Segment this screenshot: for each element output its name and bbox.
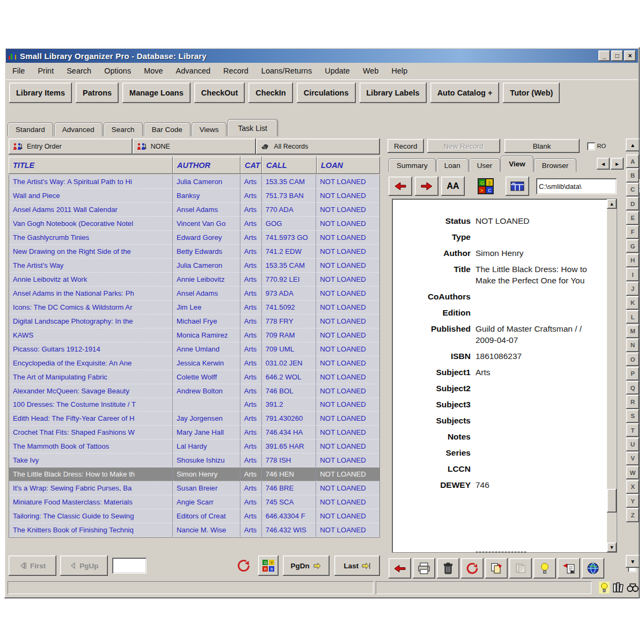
table-row[interactable]: The Mammoth Book of Tattoos Lal Hardy Ar…	[9, 440, 379, 453]
view-tab[interactable]: Advanced	[54, 122, 103, 136]
table-row[interactable]: Icons: The DC Comics & Wildstorm Ar Jim …	[9, 301, 379, 314]
table-row[interactable]: New Drawing on the Right Side of the Bet…	[9, 245, 379, 259]
letter-button[interactable]: M	[626, 325, 639, 338]
record-button[interactable]: Record	[387, 139, 424, 153]
record-tab[interactable]: View	[501, 156, 533, 172]
letter-button[interactable]: T	[626, 423, 639, 437]
view-tab[interactable]: Views	[192, 122, 227, 136]
column-header-title[interactable]: TITLE	[9, 157, 173, 174]
menu-item[interactable]: Help	[385, 64, 414, 77]
toolbar-button[interactable]: Manage Loans	[122, 83, 191, 103]
print-button[interactable]	[413, 558, 435, 579]
menu-item[interactable]: Record	[217, 64, 255, 77]
letter-down-icon[interactable]: ▼	[626, 555, 640, 568]
page-number-input[interactable]	[112, 558, 147, 574]
toolbar-button[interactable]: Library Labels	[360, 83, 427, 103]
toolbar-button[interactable]: CheckIn	[248, 83, 292, 103]
table-row[interactable]: Encyclopedia of the Exquisite: An Ane Je…	[9, 356, 379, 370]
table-row[interactable]: The Artist's Way: A Spiritual Path to Hi…	[9, 175, 379, 189]
toolbar-button[interactable]: CheckOut	[194, 83, 245, 103]
pgdn-button[interactable]: PgDn	[283, 555, 330, 576]
letter-button[interactable]: I	[626, 268, 639, 281]
toolbar-button[interactable]: Tutor (Web)	[503, 83, 560, 103]
copy-record-button[interactable]	[485, 558, 508, 579]
letter-button[interactable]: B	[626, 169, 639, 182]
sort-secondary-button[interactable]: NONE	[133, 138, 257, 155]
blank-button[interactable]: Blank	[504, 139, 580, 153]
table-row[interactable]: Ansel Adams in the National Parks: Ph An…	[9, 287, 379, 301]
toolbar-button[interactable]: Patrons	[76, 83, 119, 103]
font-button[interactable]: AA	[441, 177, 465, 196]
menu-item[interactable]: Update	[318, 64, 356, 77]
letter-button[interactable]: D	[626, 197, 639, 210]
letter-button[interactable]: Q	[626, 381, 639, 394]
tab-scroll-left-icon[interactable]: ◄	[597, 158, 610, 170]
letter-button[interactable]: Y	[626, 494, 639, 508]
table-row[interactable]: Wall and Piece Banksy Arts 751.73 BAN NO…	[9, 189, 379, 203]
toolbar-button[interactable]: Auto Catalog +	[430, 83, 500, 103]
letter-button[interactable]: R	[626, 395, 639, 408]
back-arrow-button[interactable]	[389, 558, 411, 579]
record-tab[interactable]: Summary	[389, 158, 436, 172]
menu-item[interactable]: Advanced	[170, 64, 217, 77]
last-record-button[interactable]: Last	[334, 555, 380, 576]
letter-button[interactable]: E	[626, 211, 639, 225]
table-row[interactable]: Annie Leibovitz at Work Annie Leibovitz …	[9, 273, 379, 287]
binoculars-icon[interactable]	[627, 583, 639, 592]
table-row[interactable]: 100 Dresses: The Costume Institute / T A…	[9, 398, 379, 412]
letter-button[interactable]: W	[626, 466, 639, 479]
maximize-button[interactable]: □	[611, 50, 623, 61]
refresh-button[interactable]	[233, 555, 254, 576]
books-icon[interactable]	[612, 582, 624, 593]
table-row[interactable]: Take Ivy Shosuke Ishizu Arts 778 ISH NOT…	[9, 453, 379, 467]
table-row[interactable]: KAWS Monica Ramirez Arts 709 RAM NOT LOA…	[9, 328, 379, 342]
letter-button[interactable]: J	[626, 282, 639, 295]
scroll-up-icon[interactable]: ▲	[607, 199, 617, 209]
letter-up-icon[interactable]: ▲	[626, 138, 640, 151]
view-tab[interactable]: Standard	[8, 122, 53, 136]
menu-item[interactable]: Move	[137, 64, 169, 77]
color-panel-button[interactable]: GYRB	[258, 555, 279, 576]
table-row[interactable]: Crochet That Fits: Shaped Fashions W Mar…	[9, 426, 379, 440]
first-record-button[interactable]: First	[9, 555, 56, 576]
table-row[interactable]: Edith Head: The Fifty-Year Career of H J…	[9, 412, 379, 426]
letter-button[interactable]: X	[626, 480, 639, 494]
column-header-loan[interactable]: LOAN	[317, 157, 380, 174]
title-bar[interactable]: Small Library Organizer Pro - Database: …	[6, 49, 638, 63]
hint-bulb-button[interactable]	[533, 558, 556, 579]
table-row[interactable]: The Knitters Book of Finishing Techniq N…	[9, 523, 379, 537]
menu-item[interactable]: Web	[356, 64, 385, 77]
refresh-record-button[interactable]	[461, 558, 484, 579]
colors-button[interactable]: G3>C	[474, 177, 497, 196]
menu-item[interactable]: Options	[98, 64, 137, 77]
filter-records-button[interactable]: All Records	[256, 138, 380, 155]
delete-button[interactable]	[437, 558, 459, 579]
letter-button[interactable]: A	[626, 155, 639, 168]
menu-item[interactable]: Loans/Returns	[255, 64, 318, 77]
letter-button[interactable]: L	[626, 310, 639, 324]
web-globe-button[interactable]	[582, 558, 604, 579]
table-row[interactable]: The Little Black Dress: How to Make th S…	[9, 467, 379, 481]
table-row[interactable]: It's a Wrap: Sewing Fabric Purses, Ba Su…	[9, 481, 379, 495]
scroll-down-icon[interactable]: ▼	[607, 543, 617, 552]
letter-button[interactable]: Z	[626, 508, 639, 522]
record-tab[interactable]: Browser	[534, 158, 577, 172]
close-button[interactable]: ×	[624, 50, 636, 61]
table-row[interactable]: Miniature Food Masterclass: Materials An…	[9, 495, 379, 509]
pgup-button[interactable]: PgUp	[60, 555, 108, 576]
view-tab[interactable]: Task List	[228, 119, 277, 136]
table-row[interactable]: Tailoring: The Classic Guide to Sewing E…	[9, 509, 379, 523]
table-row[interactable]: The Artist's Way Julia Cameron Arts 153.…	[9, 259, 379, 273]
table-row[interactable]: The Art of Manipulating Fabric Colette W…	[9, 370, 379, 384]
paste-record-button[interactable]	[509, 558, 532, 579]
next-record-button[interactable]	[415, 177, 438, 196]
table-row[interactable]: Picasso: Guitars 1912-1914 Anne Umland A…	[9, 342, 379, 356]
table-row[interactable]: Digital Landscape Photography: In the Mi…	[9, 314, 379, 328]
letter-button[interactable]: O	[626, 353, 639, 366]
minimize-button[interactable]: _	[598, 50, 610, 61]
table-row[interactable]: Ansel Adams 2011 Wall Calendar Ansel Ada…	[9, 203, 379, 217]
bulb-icon[interactable]	[599, 582, 610, 594]
scroll-thumb[interactable]	[607, 489, 617, 513]
letter-button[interactable]: N	[626, 339, 639, 352]
menu-item[interactable]: Search	[60, 64, 98, 77]
